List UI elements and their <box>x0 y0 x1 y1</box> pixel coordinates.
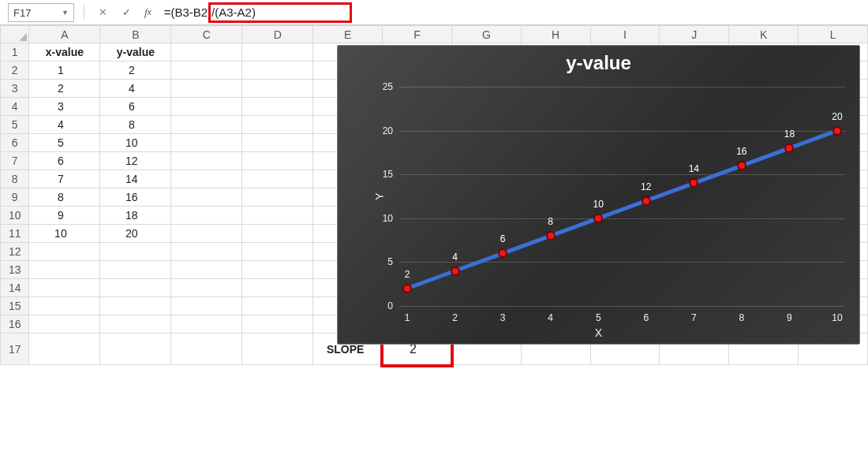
row-header-13[interactable]: 13 <box>1 261 29 279</box>
chevron-down-icon[interactable]: ▼ <box>62 9 69 17</box>
cell[interactable] <box>242 170 313 188</box>
worksheet[interactable]: A B C D E F G H I J K L 1 x-value y-valu… <box>0 25 868 466</box>
col-header-E[interactable]: E <box>313 26 383 43</box>
row-header-10[interactable]: 10 <box>1 207 29 225</box>
row-header-8[interactable]: 8 <box>1 170 29 188</box>
cell[interactable] <box>242 334 313 365</box>
cell[interactable] <box>171 243 242 261</box>
cell-B2[interactable]: 2 <box>100 62 171 80</box>
cell-A11[interactable]: 10 <box>29 225 100 243</box>
row-header-14[interactable]: 14 <box>1 279 29 297</box>
cell[interactable] <box>242 207 313 225</box>
col-header-F[interactable]: F <box>383 26 452 43</box>
cell[interactable] <box>100 243 171 261</box>
cell[interactable] <box>242 297 313 315</box>
cell[interactable] <box>100 297 171 315</box>
cell[interactable] <box>242 43 313 62</box>
col-header-H[interactable]: H <box>521 26 590 43</box>
cell[interactable] <box>242 188 313 207</box>
cell[interactable] <box>171 134 242 152</box>
cell[interactable] <box>100 279 171 297</box>
cell[interactable] <box>29 315 100 334</box>
name-box[interactable]: F17 ▼ <box>8 3 74 22</box>
cell[interactable] <box>242 116 313 134</box>
cell[interactable] <box>29 243 100 261</box>
cell-B6[interactable]: 10 <box>100 134 171 152</box>
cell[interactable] <box>171 43 242 62</box>
cell[interactable] <box>171 225 242 243</box>
row-header-1[interactable]: 1 <box>1 43 29 62</box>
cell[interactable] <box>171 207 242 225</box>
row-header-2[interactable]: 2 <box>1 62 29 80</box>
row-header-16[interactable]: 16 <box>1 315 29 334</box>
col-header-G[interactable]: G <box>451 26 521 43</box>
row-header-5[interactable]: 5 <box>1 116 29 134</box>
cell-B7[interactable]: 12 <box>100 152 171 170</box>
cell[interactable] <box>171 334 242 365</box>
select-all-corner[interactable] <box>1 26 29 43</box>
cell-A7[interactable]: 6 <box>29 152 100 170</box>
col-header-D[interactable]: D <box>242 26 313 43</box>
col-header-J[interactable]: J <box>660 26 729 43</box>
row-header-15[interactable]: 15 <box>1 297 29 315</box>
cell-A5[interactable]: 4 <box>29 116 100 134</box>
row-header-17[interactable]: 17 <box>1 334 29 365</box>
cell[interactable] <box>100 334 171 365</box>
cell[interactable] <box>242 62 313 80</box>
cell[interactable] <box>171 152 242 170</box>
cell-A9[interactable]: 8 <box>29 188 100 207</box>
cell-A10[interactable]: 9 <box>29 207 100 225</box>
cell[interactable] <box>29 297 100 315</box>
col-header-C[interactable]: C <box>171 26 242 43</box>
col-header-K[interactable]: K <box>729 26 799 43</box>
cell[interactable] <box>242 279 313 297</box>
cell[interactable] <box>242 134 313 152</box>
cell-B3[interactable]: 4 <box>100 80 171 98</box>
formula-input[interactable]: =(B3-B2)/(A3-A2) <box>161 3 860 21</box>
cell-B9[interactable]: 16 <box>100 188 171 207</box>
cell[interactable] <box>242 261 313 279</box>
cell[interactable] <box>100 261 171 279</box>
cell[interactable] <box>171 297 242 315</box>
cell[interactable] <box>29 261 100 279</box>
cell[interactable] <box>242 225 313 243</box>
fx-icon[interactable]: fx <box>141 3 155 21</box>
cell[interactable] <box>171 315 242 334</box>
row-header-6[interactable]: 6 <box>1 134 29 152</box>
cell-B11[interactable]: 20 <box>100 225 171 243</box>
cell-B5[interactable]: 8 <box>100 116 171 134</box>
col-header-A[interactable]: A <box>29 26 100 43</box>
cell[interactable] <box>171 80 242 98</box>
row-header-12[interactable]: 12 <box>1 243 29 261</box>
col-header-I[interactable]: I <box>590 26 660 43</box>
cell[interactable] <box>171 98 242 116</box>
cell-A2[interactable]: 1 <box>29 62 100 80</box>
chart[interactable]: y-value Y 051015202521426384105126147168… <box>337 45 860 345</box>
cell[interactable] <box>29 279 100 297</box>
row-header-7[interactable]: 7 <box>1 152 29 170</box>
cancel-icon[interactable]: ✕ <box>94 3 111 21</box>
cell[interactable] <box>171 170 242 188</box>
cell[interactable] <box>171 62 242 80</box>
cell-A8[interactable]: 7 <box>29 170 100 188</box>
cell[interactable] <box>242 80 313 98</box>
cell[interactable] <box>29 334 100 365</box>
row-header-9[interactable]: 9 <box>1 188 29 207</box>
cell[interactable] <box>171 279 242 297</box>
cell-A3[interactable]: 2 <box>29 80 100 98</box>
cell[interactable] <box>242 152 313 170</box>
row-header-4[interactable]: 4 <box>1 98 29 116</box>
row-header-11[interactable]: 11 <box>1 225 29 243</box>
cell-A1[interactable]: x-value <box>29 43 100 62</box>
cell[interactable] <box>242 98 313 116</box>
col-header-B[interactable]: B <box>100 26 171 43</box>
cell-B10[interactable]: 18 <box>100 207 171 225</box>
cell-B1[interactable]: y-value <box>100 43 171 62</box>
cell[interactable] <box>171 116 242 134</box>
enter-icon[interactable]: ✓ <box>118 3 135 21</box>
cell[interactable] <box>242 243 313 261</box>
cell-B8[interactable]: 14 <box>100 170 171 188</box>
cell[interactable] <box>171 261 242 279</box>
cell-A4[interactable]: 3 <box>29 98 100 116</box>
cell-A6[interactable]: 5 <box>29 134 100 152</box>
